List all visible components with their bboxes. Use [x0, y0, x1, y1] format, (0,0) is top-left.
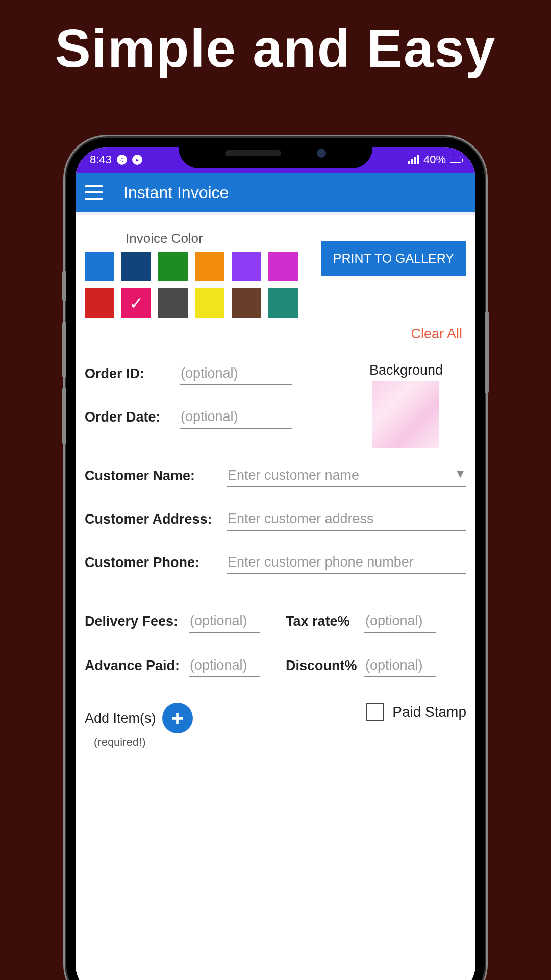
color-swatch-10[interactable]: [232, 288, 261, 318]
status-app-icon: ▸: [132, 155, 142, 165]
order-id-input[interactable]: [180, 362, 292, 385]
customer-name-input[interactable]: [227, 464, 466, 487]
paid-stamp-label: Paid Stamp: [392, 704, 466, 720]
phone-frame: 8:43 ♫ ▸ 40% Instant Invoice Invo: [66, 138, 485, 980]
order-id-label: Order ID:: [85, 366, 171, 382]
color-grid: ✓: [85, 252, 298, 318]
side-button: [62, 322, 66, 378]
color-swatch-9[interactable]: [195, 288, 224, 318]
tax-rate-input[interactable]: [364, 610, 436, 633]
add-items-required: (required!): [94, 736, 193, 749]
plus-icon: +: [171, 706, 184, 730]
status-app-icon: ♫: [117, 155, 127, 165]
color-swatch-6[interactable]: [85, 288, 114, 318]
color-swatch-8[interactable]: [158, 288, 188, 318]
app-title: Instant Invoice: [123, 183, 229, 202]
tax-rate-label: Tax rate%: [286, 614, 357, 629]
side-button: [62, 271, 66, 301]
print-to-gallery-button[interactable]: PRINT TO GALLERY: [321, 241, 466, 276]
chevron-down-icon[interactable]: ▼: [454, 467, 466, 481]
color-swatch-4[interactable]: [232, 252, 261, 281]
discount-input[interactable]: [364, 654, 436, 677]
add-item-button[interactable]: +: [162, 703, 193, 733]
battery-percent: 40%: [423, 153, 446, 166]
status-time: 8:43: [90, 153, 112, 166]
color-swatch-0[interactable]: [85, 252, 114, 281]
advance-paid-input[interactable]: [189, 654, 260, 677]
customer-phone-label: Customer Phone:: [85, 555, 217, 571]
customer-address-input[interactable]: [227, 508, 466, 531]
clear-all-button[interactable]: Clear All: [85, 326, 466, 342]
battery-icon: [450, 157, 461, 163]
discount-label: Discount%: [286, 658, 357, 674]
advance-paid-label: Advance Paid:: [85, 658, 182, 674]
order-date-label: Order Date:: [85, 409, 171, 425]
phone-notch: [179, 138, 372, 168]
customer-phone-input[interactable]: [227, 551, 466, 574]
background-label: Background: [369, 362, 466, 378]
delivery-fees-label: Delivery Fees:: [85, 614, 182, 629]
content-area: Invoice Color ✓ PRINT TO GALLERY Clear A…: [76, 220, 475, 980]
customer-address-label: Customer Address:: [85, 511, 217, 527]
color-swatch-7[interactable]: ✓: [121, 288, 151, 318]
customer-name-label: Customer Name:: [85, 468, 217, 484]
delivery-fees-input[interactable]: [189, 610, 260, 633]
promo-headline: Simple and Easy: [0, 0, 551, 89]
order-date-input[interactable]: [180, 406, 292, 429]
app-bar: Instant Invoice: [76, 173, 475, 212]
color-swatch-5[interactable]: [268, 252, 298, 281]
color-swatch-1[interactable]: [121, 252, 151, 281]
signal-icon: [408, 155, 419, 164]
menu-icon[interactable]: [85, 185, 103, 200]
color-swatch-11[interactable]: [268, 288, 298, 318]
add-items-label: Add Item(s): [85, 710, 156, 726]
side-button: [62, 388, 66, 444]
invoice-color-label: Invoice Color: [126, 231, 298, 247]
paid-stamp-checkbox[interactable]: [366, 703, 384, 721]
phone-screen: 8:43 ♫ ▸ 40% Instant Invoice Invo: [76, 147, 475, 980]
side-button: [485, 311, 489, 393]
divider: [76, 212, 475, 215]
color-swatch-3[interactable]: [195, 252, 224, 281]
color-swatch-2[interactable]: [158, 252, 188, 281]
background-swatch[interactable]: [372, 381, 439, 448]
invoice-color-section: Invoice Color ✓: [85, 231, 298, 318]
